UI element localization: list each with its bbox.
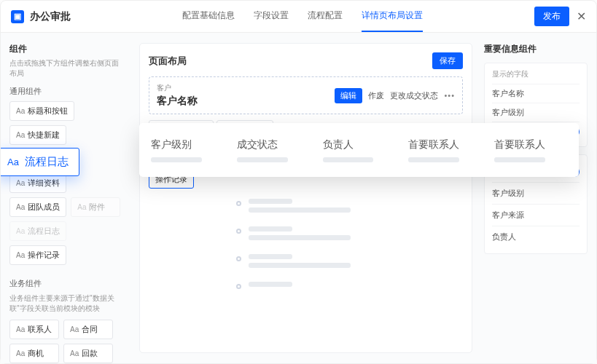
field-item-customer-name[interactable]: 客户名称 (492, 84, 580, 103)
chip-team-members[interactable]: Aa团队成员 (9, 197, 66, 217)
record-header-block[interactable]: 客户 客户名称 编辑 作废 更改成交状态 ••• (149, 76, 463, 114)
tab-basic-config[interactable]: 配置基础信息 (182, 1, 235, 32)
field-item2-owner[interactable]: 负责人 (492, 226, 580, 248)
tab-detail-layout[interactable]: 详情页布局设置 (362, 1, 423, 32)
component-sidebar: 组件 点击或拖拽下方组件调整右侧页面布局 通用组件 Aa标题和按钮 Aa快捷新建… (1, 33, 130, 363)
float-field-primary-contact-1: 首要联系人 (408, 138, 481, 162)
app-logo-icon: ▣ (11, 10, 24, 23)
change-status-button[interactable]: 更改成交状态 (390, 90, 438, 101)
float-field-deal-status: 成交状态 (237, 138, 310, 162)
rightbar-section-label: 显示的字段 (492, 69, 580, 79)
rightbar: 重要信息组件 显示的字段 客户名称 客户级别 客户来源 客户名称 客户级别 客户… (481, 33, 596, 363)
chip-dragging-flow-log[interactable]: Aa 流程日志 (1, 148, 79, 176)
void-button[interactable]: 作废 (368, 90, 384, 101)
float-field-level: 客户级别 (151, 138, 224, 162)
timeline (149, 199, 463, 290)
float-field-owner: 负责人 (323, 138, 396, 162)
chip-payment[interactable]: Aa回款 (63, 344, 113, 363)
section-biz-label: 业务组件 (9, 278, 122, 289)
app-title: 办公审批 (30, 10, 71, 23)
field-item2-customer-source[interactable]: 客户来源 (492, 204, 580, 226)
sidebar-desc: 点击或拖拽下方组件调整右侧页面布局 (9, 58, 122, 79)
chip-attachments[interactable]: Aa附件 (71, 197, 120, 217)
more-icon[interactable]: ••• (444, 91, 455, 100)
chip-opportunity[interactable]: Aa商机 (9, 344, 59, 363)
chip-title-buttons[interactable]: Aa标题和按钮 (9, 101, 74, 121)
main-canvas: 页面布局 保存 客户 客户名称 编辑 作废 更改成交状态 ••• (130, 33, 481, 363)
header-tabs: 配置基础信息 字段设置 流程配置 详情页布局设置 (182, 1, 423, 32)
chip-operation-log[interactable]: Aa操作记录 (9, 245, 66, 265)
header: ▣ 办公审批 配置基础信息 字段设置 流程配置 详情页布局设置 发布 ✕ (1, 1, 596, 33)
tab-flow-config[interactable]: 流程配置 (308, 1, 343, 32)
float-field-primary-contact-2: 首要联系人 (494, 138, 567, 162)
save-button[interactable]: 保存 (432, 52, 463, 69)
tab-field-settings[interactable]: 字段设置 (254, 1, 289, 32)
record-entity-label: 客户 (157, 83, 198, 93)
panel-title: 页面布局 (149, 55, 187, 68)
publish-button[interactable]: 发布 (534, 7, 569, 26)
chip-flow-log[interactable]: Aa流程日志 (9, 221, 66, 241)
close-icon[interactable]: ✕ (577, 9, 586, 23)
chip-contacts[interactable]: Aa联系人 (9, 320, 59, 339)
chip-quick-create[interactable]: Aa快捷新建 (9, 125, 66, 145)
sidebar-title: 组件 (9, 43, 122, 55)
record-name: 客户名称 (157, 95, 198, 108)
chip-detail-info[interactable]: Aa详细资料 (9, 173, 66, 193)
timeline-dot-icon (236, 256, 241, 261)
floating-fields-card[interactable]: 客户级别 成交状态 负责人 首要联系人 首要联系人 (139, 123, 579, 177)
timeline-dot-icon (236, 201, 241, 206)
edit-button[interactable]: 编辑 (335, 88, 362, 103)
rightbar-title: 重要信息组件 (484, 43, 588, 55)
section-common-label: 通用组件 (9, 86, 122, 97)
timeline-dot-icon (236, 284, 241, 289)
timeline-dot-icon (236, 229, 241, 234)
text-icon: Aa (7, 157, 19, 167)
chip-contracts[interactable]: Aa合同 (63, 320, 113, 339)
field-item2-customer-level[interactable]: 客户级别 (492, 182, 580, 204)
field-item-customer-level[interactable]: 客户级别 (492, 103, 580, 122)
section-biz-desc: 业务组件主要来源于通过"数据关联"字段关联当前模块的模块 (9, 293, 122, 314)
